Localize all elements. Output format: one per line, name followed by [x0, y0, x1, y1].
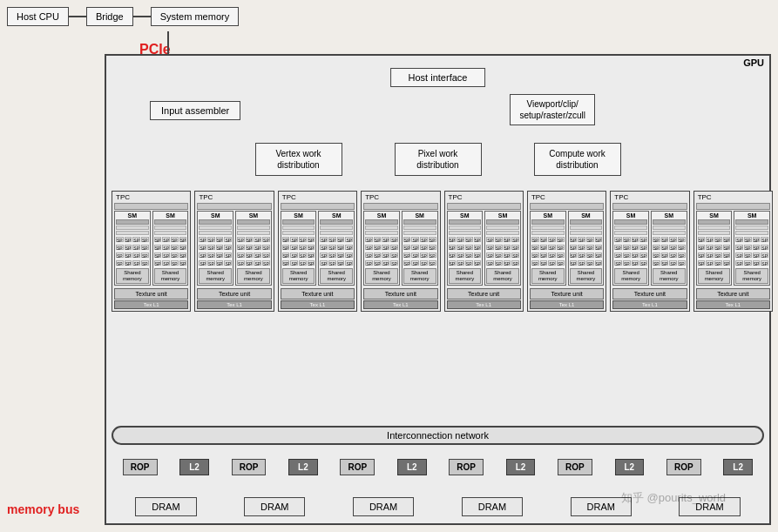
dram-2: DRAM [244, 497, 305, 516]
tex-l1-1: Tex L1 [114, 300, 188, 309]
rop-box-4: ROP [449, 459, 484, 475]
rop-box-2: ROP [232, 459, 267, 475]
pixel-work-dist-label: Pixel workdistribution [416, 149, 458, 170]
tpc-label-2: TPC [197, 193, 271, 201]
l2-box-3: L2 [397, 459, 427, 475]
rop-box-3: ROP [340, 459, 375, 475]
pixel-work-dist-box: Pixel workdistribution [395, 143, 482, 176]
gpu-label: GPU [743, 57, 764, 68]
l2-box-4: L2 [506, 459, 536, 475]
tpc-block-3: TPC SM SPSPSPSP SPSPSPSP SPSPSPSP SPSPSP… [278, 191, 357, 312]
watermark: 知乎 @pourits_world [621, 490, 726, 506]
sm-label-1-2: SM [154, 212, 187, 219]
texture-unit-1: Texture unit [114, 288, 188, 300]
rop-l2-row: ROP L2 ROP L2 ROP L2 ROP L2 ROP L2 ROP L… [112, 459, 764, 475]
sm-row-1: SM SPSPSPSP SPSPSPSP SPSPSPSP [114, 211, 188, 286]
tpc-top-bar-2 [197, 203, 271, 210]
l2-box-6: L2 [723, 459, 753, 475]
top-row: Host CPU Bridge System memory [7, 7, 239, 26]
work-dist-row: Vertex workdistribution Pixel workdistri… [115, 143, 761, 176]
tpc-label-1: TPC [114, 193, 188, 201]
connector-bridge-sysmem [133, 16, 151, 17]
input-assembler-box: Input assembler [150, 101, 240, 120]
memory-bus-label: memory bus [7, 502, 79, 516]
rop-box-6: ROP [666, 459, 701, 475]
l2-box-5: L2 [615, 459, 645, 475]
gpu-outer-box: GPU Host interface Input assembler Viewp… [105, 54, 771, 525]
diagram-wrapper: Host CPU Bridge System memory PCIe GPU H… [0, 0, 778, 532]
tpc-block-2: TPC SM SPSPSPSP SPSPSPSP SPSPSPSP SPSPSP… [194, 191, 274, 312]
tpc-block-7: TPC SM SPSPSPSP SPSPSPSP SPSPSPSP SPSPSP… [610, 191, 689, 312]
tpc-block-1: TPC SM SPSPSPSP SPSPSPSP [112, 191, 191, 312]
rop-box-1: ROP [123, 459, 158, 475]
l2-box-2: L2 [288, 459, 318, 475]
connector-cpu-bridge [69, 16, 86, 17]
vertex-work-dist-label: Vertex workdistribution [275, 149, 321, 170]
dram-1: DRAM [135, 497, 196, 516]
host-cpu-box: Host CPU [7, 7, 69, 26]
sm-block-1-2: SM SPSPSPSP SPSPSPSP SPSPSPSP [152, 211, 189, 286]
tpc-block-6: TPC SM SPSPSPSP SPSPSPSP SPSPSPSP SPSPSP… [527, 191, 606, 312]
dram-3: DRAM [353, 497, 414, 516]
interconnect-bar: Interconnection network [112, 426, 764, 445]
tpc-top-bar-1 [114, 203, 188, 210]
compute-work-dist-box: Compute workdistribution [534, 143, 621, 176]
tpc-block-8: TPC SM SPSPSPSP SPSPSPSP SPSPSPSP SPSPSP… [693, 191, 773, 312]
viewport-box: Viewport/clip/setup/raster/zcull [510, 94, 595, 125]
l2-box-1: L2 [179, 459, 209, 475]
bridge-box: Bridge [86, 7, 133, 26]
dram-4: DRAM [462, 497, 523, 516]
tpc-area: TPC SM SPSPSPSP SPSPSPSP [112, 191, 764, 312]
host-interface-box: Host interface [390, 68, 486, 87]
vertex-work-dist-box: Vertex workdistribution [255, 143, 342, 176]
system-memory-box: System memory [151, 7, 239, 26]
sm-block-1-1: SM SPSPSPSP SPSPSPSP SPSPSPSP [114, 211, 151, 286]
rop-box-5: ROP [558, 459, 592, 475]
viewport-text: Viewport/clip/setup/raster/zcull [519, 99, 585, 120]
sm-label-1-1: SM [116, 212, 149, 219]
tpc-block-5: TPC SM SPSPSPSP SPSPSPSP SPSPSPSP SPSPSP… [444, 191, 524, 312]
tpc-block-4: TPC SM SPSPSPSP SPSPSPSP SPSPSPSP SPSPSP… [361, 191, 440, 312]
compute-work-dist-label: Compute workdistribution [549, 149, 605, 170]
